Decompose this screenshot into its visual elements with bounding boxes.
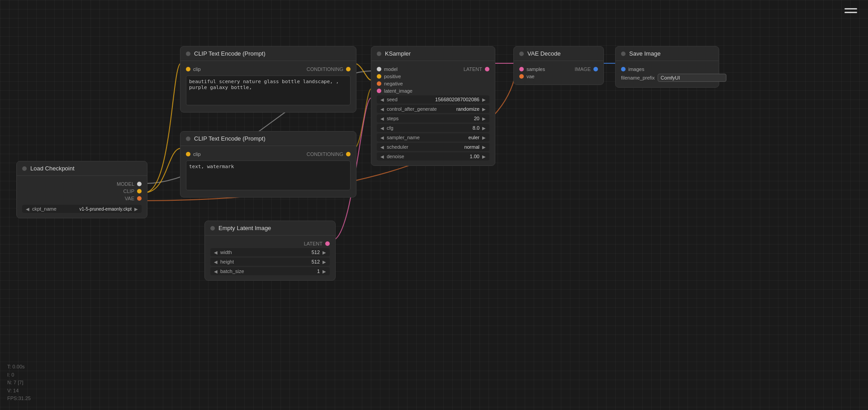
save-image-body: images filename_prefix [616,61,719,87]
denoise-prev-btn[interactable]: ◀ [379,154,385,159]
conditioning-pos-output[interactable]: CONDITIONING [307,66,351,72]
clip-dot[interactable] [137,189,142,193]
seed-row: ◀ seed 1566802087002086 ▶ [377,95,489,104]
latent-dot[interactable] [325,241,330,246]
seed-next-btn[interactable]: ▶ [481,97,487,102]
latent-out-label: LATENT [464,66,482,72]
vae-decode-body: samples IMAGE vae [514,61,603,85]
scheduler-next-btn[interactable]: ▶ [481,145,487,150]
latent-image-input-row: latent_image [377,88,489,94]
images-input[interactable]: images [621,66,644,72]
sampler-prev-btn[interactable]: ◀ [379,135,385,140]
clip-output-label: CLIP [123,189,134,194]
width-value: 512 [312,250,320,255]
scheduler-label: scheduler [387,144,462,150]
samples-in-dot[interactable] [519,67,524,71]
clip-pos-input[interactable]: clip [186,66,201,72]
model-output[interactable]: MODEL [117,181,142,187]
clip-neg-in-dot[interactable] [186,152,190,156]
width-label: width [220,250,310,255]
model-output-label: MODEL [117,181,134,187]
steps-prev-btn[interactable]: ◀ [379,116,385,121]
scheduler-row: ◀ scheduler normal ▶ [377,143,489,151]
save-image-header: Save Image [616,47,719,61]
latent-out-dot[interactable] [485,67,489,71]
denoise-next-btn[interactable]: ▶ [481,154,487,159]
sampler-next-btn[interactable]: ▶ [481,135,487,140]
steps-row: ◀ steps 20 ▶ [377,114,489,123]
positive-prompt-textarea[interactable]: beautiful scenery nature glass bottle la… [186,75,351,105]
steps-next-btn[interactable]: ▶ [481,116,487,121]
steps-value: 20 [474,116,479,121]
load-checkpoint-title: Load Checkpoint [30,165,75,172]
conditioning-neg-dot[interactable] [346,152,351,156]
filename-prefix-label: filename_prefix [621,75,655,80]
cfg-next-btn[interactable]: ▶ [481,126,487,131]
ckpt-prev-btn[interactable]: ◀ [25,207,30,212]
negative-prompt-textarea[interactable]: text, watermark [186,160,351,190]
status-n: N: 7 [7] [7,379,31,387]
images-in-dot[interactable] [621,67,626,71]
hamburger-menu[interactable] [844,8,857,13]
image-output[interactable]: IMAGE [575,66,598,72]
seed-prev-btn[interactable]: ◀ [379,97,385,102]
latent-image-input[interactable]: latent_image [377,88,413,94]
clip-output[interactable]: CLIP [123,189,142,194]
control-prev-btn[interactable]: ◀ [379,107,385,112]
samples-input[interactable]: samples [519,66,545,72]
clip-pos-input-label: clip [193,66,201,72]
ksampler-node: KSampler model LATENT positive negative [371,46,495,166]
vae-in-dot[interactable] [519,74,524,79]
ckpt-next-btn[interactable]: ▶ [133,207,139,212]
empty-latent-header: Empty Latent Image [205,221,335,236]
latent-image-input-label: latent_image [384,88,413,94]
clip-negative-header: CLIP Text Encode (Prompt) [180,132,356,146]
steps-label: steps [387,116,472,121]
negative-input[interactable]: negative [377,81,403,86]
clip-pos-in-dot[interactable] [186,67,190,71]
control-label: control_after_generate [387,106,455,112]
scheduler-prev-btn[interactable]: ◀ [379,145,385,150]
clip-positive-title: CLIP Text Encode (Prompt) [194,50,266,57]
sampler-name-label: sampler_name [387,135,467,140]
vae-input[interactable]: vae [519,74,535,79]
model-input[interactable]: model [377,66,398,72]
vae-decode-title: VAE Decode [527,50,560,57]
cfg-prev-btn[interactable]: ◀ [379,126,385,131]
conditioning-pos-dot[interactable] [346,67,351,71]
batch-next-btn[interactable]: ▶ [322,269,327,274]
save-image-node: Save Image images filename_prefix [615,46,719,88]
width-prev-btn[interactable]: ◀ [213,250,218,255]
latent-output[interactable]: LATENT [304,241,330,246]
height-label: height [220,259,310,264]
sampler-name-row: ◀ sampler_name euler ▶ [377,133,489,141]
clip-positive-header: CLIP Text Encode (Prompt) [180,47,356,61]
positive-in-dot[interactable] [377,74,381,79]
conditioning-neg-output[interactable]: CONDITIONING [307,151,351,157]
model-in-dot[interactable] [377,67,381,71]
positive-input-row: positive [377,74,489,79]
status-fps: FPS:31.25 [7,395,31,403]
image-out-dot[interactable] [593,67,598,71]
batch-prev-btn[interactable]: ◀ [213,269,218,274]
control-next-btn[interactable]: ▶ [481,107,487,112]
conditioning-pos-label: CONDITIONING [307,66,343,72]
empty-latent-title: Empty Latent Image [218,225,271,231]
seed-label: seed [387,97,433,102]
latent-image-in-dot[interactable] [377,89,381,93]
height-prev-btn[interactable]: ◀ [213,259,218,264]
latent-out-row[interactable]: LATENT [464,66,489,72]
latent-output-row: LATENT [210,241,330,246]
clip-neg-input[interactable]: clip [186,151,201,157]
negative-in-dot[interactable] [377,81,381,86]
images-input-row: images [621,66,713,72]
filename-prefix-input[interactable] [658,74,726,82]
sampler-name-value: euler [469,135,479,140]
height-next-btn[interactable]: ▶ [322,259,327,264]
save-image-title: Save Image [629,50,660,57]
positive-input[interactable]: positive [377,74,401,79]
width-next-btn[interactable]: ▶ [322,250,327,255]
vae-dot[interactable] [137,196,142,201]
vae-output[interactable]: VAE [125,196,142,201]
model-dot[interactable] [137,182,142,186]
